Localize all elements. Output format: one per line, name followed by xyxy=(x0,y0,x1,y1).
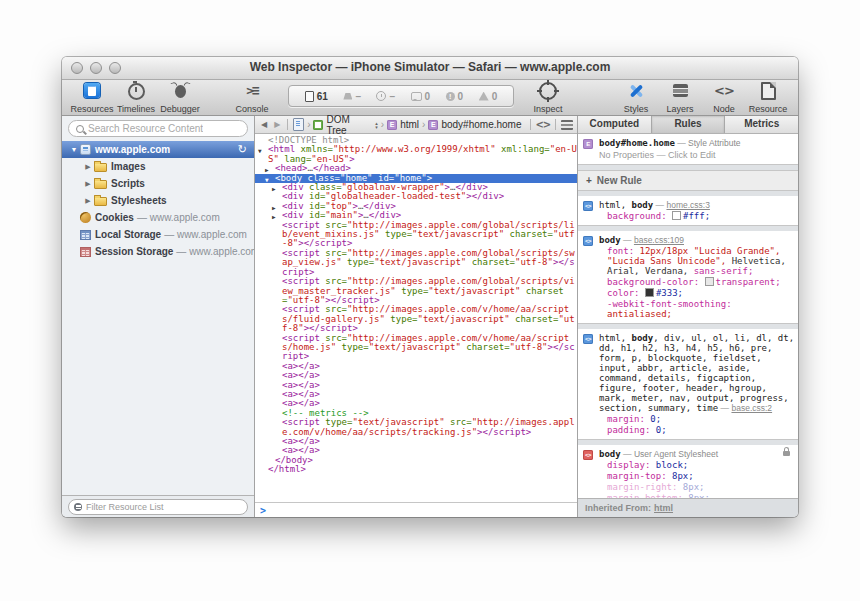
resource-count-indicator: 61 xyxy=(305,91,328,102)
css-property[interactable]: padding: 0; xyxy=(599,425,795,435)
resource-doc-icon[interactable] xyxy=(293,118,304,131)
css-property[interactable]: background: #fff; xyxy=(599,211,795,221)
rule-selector[interactable]: html, body — home.css:3 xyxy=(599,200,795,210)
css-property[interactable]: margin-bottom: 8px; xyxy=(599,493,795,498)
style-rule-section: <>html, body, div, ul, ol, li, dl, dt, d… xyxy=(578,329,798,440)
dom-node-line[interactable]: <script src="http://images.apple.com/glo… xyxy=(255,277,577,305)
quick-console[interactable]: > xyxy=(255,502,577,517)
property-token: transparent; xyxy=(716,277,781,287)
layers-icon xyxy=(673,84,688,97)
forward-button[interactable]: ▶ xyxy=(272,120,282,129)
sidebar-item-images[interactable]: ▶Images xyxy=(62,158,254,175)
color-swatch[interactable] xyxy=(672,211,681,220)
color-swatch[interactable] xyxy=(705,277,714,286)
node-button[interactable]: <> Node xyxy=(702,82,746,114)
close-window-button[interactable] xyxy=(71,62,83,74)
dom-node-line[interactable]: <script src="http://images.apple.com/glo… xyxy=(255,249,577,277)
color-swatch[interactable] xyxy=(645,288,654,297)
resource-label: Stylesheets xyxy=(111,195,167,206)
disclosure-down-icon[interactable]: ▼ xyxy=(258,146,262,155)
dom-node-line[interactable]: </html> xyxy=(255,465,577,474)
styles-button[interactable]: Styles xyxy=(614,82,658,114)
resource-suffix: — www.apple.com xyxy=(176,246,254,257)
dom-node-line[interactable]: <script src="http://images.apple.com/v/h… xyxy=(255,334,577,362)
window-controls xyxy=(71,62,121,74)
sidebar-item-scripts[interactable]: ▶Scripts xyxy=(62,175,254,192)
title-bar[interactable]: Web Inspector — iPhone Simulator — Safar… xyxy=(62,57,798,80)
disclosure-down-icon[interactable]: ▼ xyxy=(68,146,80,153)
inspect-button[interactable]: Inspect xyxy=(526,82,570,114)
dom-node-line[interactable]: <script type="text/javascript" src="http… xyxy=(255,418,577,437)
stylesheet-link[interactable]: base.css:109 xyxy=(634,235,684,245)
resource-button[interactable]: Resource xyxy=(746,82,790,114)
zoom-window-button[interactable] xyxy=(109,62,121,74)
back-button[interactable]: ◀ xyxy=(259,120,269,129)
dom-node-line[interactable]: <script src="http://images.apple.com/v/h… xyxy=(255,305,577,333)
rule-selector[interactable]: body#home.home — Style Attribute xyxy=(599,138,795,148)
sidebar-item-www-apple-com[interactable]: ▼www.apple.com↻ xyxy=(62,141,254,158)
sidebar-item-local-storage[interactable]: Local Storage — www.apple.com xyxy=(62,226,254,243)
debugger-label: Debugger xyxy=(160,104,200,114)
inherited-from-label: Inherited From: xyxy=(585,503,651,513)
rule-note[interactable]: No Properties — Click to Edit xyxy=(599,150,795,160)
separator xyxy=(555,119,556,130)
css-property[interactable]: background-color: transparent; xyxy=(599,277,795,287)
css-property[interactable]: margin-right: 8px; xyxy=(599,482,795,492)
tab-computed[interactable]: Computed xyxy=(578,116,651,133)
stylesheet-badge-icon: <> xyxy=(583,236,593,246)
resources-button[interactable]: Resources xyxy=(70,82,114,114)
dom-node-line[interactable]: <script src="http://images.apple.com/glo… xyxy=(255,221,577,249)
tab-rules[interactable]: Rules xyxy=(651,116,726,133)
sidebar-item-cookies[interactable]: Cookies — www.apple.com xyxy=(62,209,254,226)
disclosure-right-icon[interactable]: ▶ xyxy=(82,180,94,188)
breadcrumb-dom-tree[interactable]: DOM Tree ▴▾ xyxy=(313,114,377,136)
rule-source[interactable]: — base.css:109 xyxy=(621,235,684,245)
filter-resource-input[interactable]: Filter Resource List xyxy=(68,499,248,515)
css-property[interactable]: font: 12px/18px "Lucida Grande", "Lucida… xyxy=(599,246,795,276)
console-label: Console xyxy=(235,104,268,114)
disclosure-right-icon[interactable]: ▶ xyxy=(82,197,94,205)
rule-selector[interactable]: body — User Agent Stylesheet xyxy=(599,449,795,459)
rule-source[interactable]: — base.css:2 xyxy=(718,403,772,413)
search-placeholder: Search Resource Content xyxy=(88,123,203,134)
reload-icon[interactable]: ↻ xyxy=(238,144,247,155)
css-property[interactable]: -webkit-font-smoothing: antialiased; xyxy=(599,299,795,319)
dom-tree-view: <!DOCTYPE html>▼<html xmlns="http://www.… xyxy=(255,134,577,502)
tab-metrics[interactable]: Metrics xyxy=(725,116,798,133)
html-crumb-label: html xyxy=(400,119,419,130)
stylesheet-link[interactable]: home.css:3 xyxy=(666,200,709,210)
sidebar-item-stylesheets[interactable]: ▶Stylesheets xyxy=(62,192,254,209)
code-token: xml:lang= xyxy=(496,144,550,154)
rule-selector[interactable]: body — base.css:109 xyxy=(599,235,795,245)
minimize-window-button[interactable] xyxy=(90,62,102,74)
selector-part: body xyxy=(599,235,621,245)
inherited-from-link[interactable]: html xyxy=(654,503,673,513)
css-property[interactable]: margin: 0; xyxy=(599,414,795,424)
rule-source[interactable]: — home.css:3 xyxy=(653,200,710,210)
breadcrumb-body[interactable]: E body#home.home xyxy=(428,119,521,130)
css-property[interactable]: margin-top: 8px; xyxy=(599,471,795,481)
css-property[interactable]: color: #333; xyxy=(599,288,795,298)
console-button[interactable]: >≡ Console xyxy=(230,82,274,114)
breadcrumb-html[interactable]: E html xyxy=(387,119,419,130)
activity-dashboard[interactable]: 61 – – 0 ! 0 0 xyxy=(288,85,514,107)
resource-suffix: — www.apple.com xyxy=(164,229,247,240)
css-property[interactable]: display: block; xyxy=(599,460,795,470)
disclosure-right-icon[interactable]: ▶ xyxy=(82,163,94,171)
layers-button[interactable]: Layers xyxy=(658,82,702,114)
property-token: color: xyxy=(607,288,645,298)
style-rule-section: <>body — base.css:109font: 12px/18px "Lu… xyxy=(578,231,798,324)
stylesheet-badge-icon: <> xyxy=(583,334,593,344)
show-node-button[interactable]: <> xyxy=(535,119,550,130)
table-red-icon xyxy=(80,247,91,257)
stylesheet-link[interactable]: base.css:2 xyxy=(731,403,772,413)
new-rule-button[interactable]: New Rule xyxy=(578,170,798,191)
timelines-button[interactable]: Timelines xyxy=(114,82,158,114)
debugger-button[interactable]: Debugger xyxy=(158,82,202,114)
search-resource-input[interactable]: Search Resource Content xyxy=(68,120,248,137)
rule-selector[interactable]: html, body, div, ul, ol, li, dl, dt, dd,… xyxy=(599,333,795,413)
table-blue-icon xyxy=(80,230,91,240)
dom-node-line[interactable]: ▼<html xmlns="http://www.w3.org/1999/xht… xyxy=(255,145,577,164)
sidebar-item-session-storage[interactable]: Session Storage — www.apple.com xyxy=(62,243,254,260)
show-layers-button[interactable] xyxy=(561,120,573,130)
